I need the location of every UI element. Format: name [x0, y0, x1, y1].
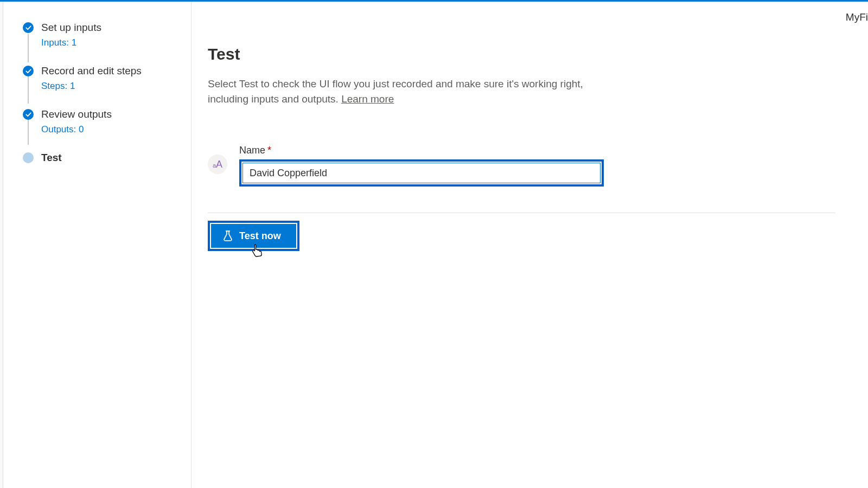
step-subtitle: Steps: 1 — [41, 81, 182, 92]
step-title: Record and edit steps — [41, 65, 182, 78]
check-icon — [23, 66, 34, 76]
check-icon — [23, 109, 34, 120]
field-row-name: aA Name* — [208, 145, 835, 187]
actions-bar: Test now — [208, 221, 835, 251]
step-subtitle: Inputs: 1 — [41, 37, 182, 48]
test-now-label: Test now — [239, 230, 281, 242]
step-title: Review outputs — [41, 108, 182, 121]
test-now-button[interactable]: Test now — [211, 224, 296, 248]
label-text: Name — [239, 145, 265, 156]
section-divider — [208, 213, 835, 213]
required-marker: * — [267, 145, 271, 156]
text-type-icon: aA — [208, 155, 227, 174]
step-title: Test — [41, 151, 182, 164]
page-title: Test — [208, 45, 835, 63]
page-description-text: Select Test to check the UI flow you jus… — [208, 78, 583, 105]
step-subtitle: Outputs: 0 — [41, 124, 182, 135]
step-title: Set up inputs — [41, 21, 182, 34]
wizard-step-setup-inputs[interactable]: Set up inputs Inputs: 1 — [3, 21, 191, 48]
check-icon — [23, 22, 34, 33]
name-field-label: Name* — [239, 145, 835, 156]
current-step-icon — [23, 152, 34, 163]
flow-name-header: MyFi — [846, 11, 868, 23]
page-description: Select Test to check the UI flow you jus… — [208, 76, 598, 107]
wizard-step-test[interactable]: Test — [3, 151, 191, 164]
input-highlight-box — [239, 159, 604, 187]
app-shell: Set up inputs Inputs: 1 Record and edit … — [0, 2, 868, 488]
main-content: MyFi Test Select Test to check the UI fl… — [192, 2, 868, 488]
button-highlight-box: Test now — [208, 221, 299, 251]
wizard-step-review-outputs[interactable]: Review outputs Outputs: 0 — [3, 108, 191, 135]
wizard-steps-sidebar: Set up inputs Inputs: 1 Record and edit … — [3, 2, 192, 488]
wizard-step-record-edit[interactable]: Record and edit steps Steps: 1 — [3, 65, 191, 92]
learn-more-link[interactable]: Learn more — [341, 93, 394, 105]
flask-icon — [223, 230, 233, 241]
name-input[interactable] — [242, 163, 601, 183]
inputs-form: aA Name* — [208, 145, 835, 187]
